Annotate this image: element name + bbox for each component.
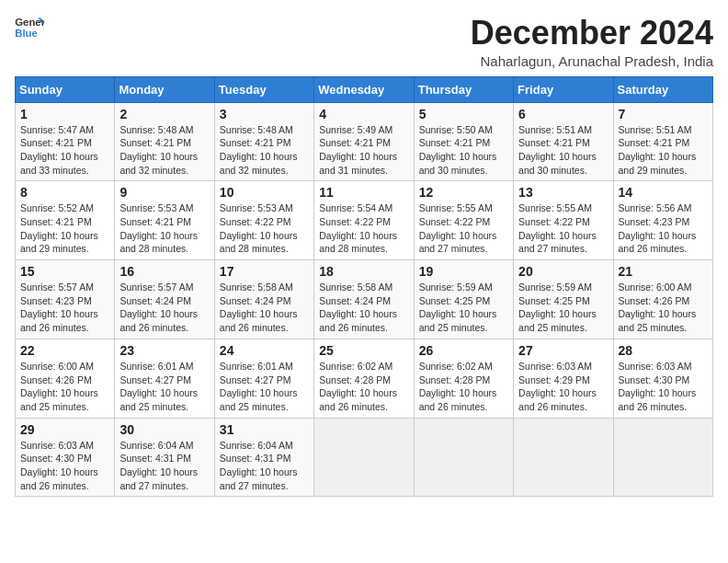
- calendar-cell: 16Sunrise: 5:57 AM Sunset: 4:24 PM Dayli…: [115, 260, 214, 339]
- weekday-header-tuesday: Tuesday: [214, 76, 313, 102]
- calendar-cell: 18Sunrise: 5:58 AM Sunset: 4:24 PM Dayli…: [314, 260, 414, 339]
- day-detail: Sunrise: 5:57 AM Sunset: 4:24 PM Dayligh…: [119, 281, 209, 335]
- day-detail: Sunrise: 6:04 AM Sunset: 4:31 PM Dayligh…: [220, 439, 309, 493]
- calendar-cell: 12Sunrise: 5:55 AM Sunset: 4:22 PM Dayli…: [414, 181, 513, 260]
- day-detail: Sunrise: 5:47 AM Sunset: 4:21 PM Dayligh…: [20, 123, 109, 178]
- day-number: 30: [119, 422, 209, 437]
- calendar-cell: 24Sunrise: 6:01 AM Sunset: 4:27 PM Dayli…: [214, 339, 313, 418]
- day-detail: Sunrise: 6:03 AM Sunset: 4:29 PM Dayligh…: [518, 360, 608, 414]
- calendar-cell: 7Sunrise: 5:51 AM Sunset: 4:21 PM Daylig…: [613, 102, 712, 181]
- day-number: 31: [220, 422, 309, 437]
- month-title: December 2024: [471, 15, 713, 52]
- calendar-cell: 22Sunrise: 6:00 AM Sunset: 4:26 PM Dayli…: [16, 339, 115, 418]
- day-number: 28: [619, 343, 708, 358]
- calendar-cell: [514, 418, 613, 497]
- calendar-cell: 19Sunrise: 5:59 AM Sunset: 4:25 PM Dayli…: [414, 260, 513, 339]
- day-number: 23: [119, 343, 209, 358]
- day-detail: Sunrise: 6:03 AM Sunset: 4:30 PM Dayligh…: [20, 439, 109, 493]
- day-number: 27: [518, 343, 608, 358]
- title-block: December 2024 Naharlagun, Arunachal Prad…: [471, 15, 713, 69]
- calendar-cell: [314, 418, 414, 497]
- day-number: 3: [220, 107, 309, 121]
- calendar-cell: 15Sunrise: 5:57 AM Sunset: 4:23 PM Dayli…: [16, 260, 115, 339]
- calendar-cell: 6Sunrise: 5:51 AM Sunset: 4:21 PM Daylig…: [514, 102, 613, 181]
- weekday-header-saturday: Saturday: [613, 76, 712, 102]
- day-number: 24: [220, 343, 309, 358]
- day-detail: Sunrise: 5:55 AM Sunset: 4:22 PM Dayligh…: [518, 201, 608, 256]
- day-number: 6: [518, 107, 608, 121]
- day-detail: Sunrise: 6:00 AM Sunset: 4:26 PM Dayligh…: [20, 360, 109, 414]
- calendar-cell: 21Sunrise: 6:00 AM Sunset: 4:26 PM Dayli…: [613, 260, 712, 339]
- calendar-cell: 9Sunrise: 5:53 AM Sunset: 4:21 PM Daylig…: [115, 181, 214, 260]
- day-detail: Sunrise: 6:02 AM Sunset: 4:28 PM Dayligh…: [419, 360, 508, 414]
- calendar-cell: 28Sunrise: 6:03 AM Sunset: 4:30 PM Dayli…: [613, 339, 712, 418]
- day-detail: Sunrise: 6:02 AM Sunset: 4:28 PM Dayligh…: [319, 360, 408, 414]
- day-number: 7: [619, 107, 708, 121]
- day-detail: Sunrise: 5:54 AM Sunset: 4:22 PM Dayligh…: [319, 201, 408, 256]
- calendar-week-2: 8Sunrise: 5:52 AM Sunset: 4:21 PM Daylig…: [16, 181, 713, 260]
- calendar-cell: 2Sunrise: 5:48 AM Sunset: 4:21 PM Daylig…: [115, 102, 214, 181]
- day-detail: Sunrise: 5:57 AM Sunset: 4:23 PM Dayligh…: [20, 281, 109, 335]
- weekday-header-sunday: Sunday: [16, 76, 115, 102]
- calendar-cell: [613, 418, 712, 497]
- day-detail: Sunrise: 5:53 AM Sunset: 4:21 PM Dayligh…: [119, 201, 209, 256]
- day-detail: Sunrise: 5:58 AM Sunset: 4:24 PM Dayligh…: [319, 281, 408, 335]
- weekday-header-friday: Friday: [514, 76, 613, 102]
- weekday-header-wednesday: Wednesday: [314, 76, 414, 102]
- day-number: 9: [119, 185, 209, 200]
- calendar-week-3: 15Sunrise: 5:57 AM Sunset: 4:23 PM Dayli…: [16, 260, 713, 339]
- day-detail: Sunrise: 6:04 AM Sunset: 4:31 PM Dayligh…: [119, 439, 209, 493]
- weekday-header-thursday: Thursday: [414, 76, 513, 102]
- day-detail: Sunrise: 5:50 AM Sunset: 4:21 PM Dayligh…: [419, 123, 508, 178]
- day-detail: Sunrise: 5:59 AM Sunset: 4:25 PM Dayligh…: [419, 281, 508, 335]
- calendar-cell: [414, 418, 513, 497]
- calendar-cell: 29Sunrise: 6:03 AM Sunset: 4:30 PM Dayli…: [16, 418, 115, 497]
- day-detail: Sunrise: 5:51 AM Sunset: 4:21 PM Dayligh…: [518, 123, 608, 178]
- calendar-cell: 14Sunrise: 5:56 AM Sunset: 4:23 PM Dayli…: [613, 181, 712, 260]
- location-subtitle: Naharlagun, Arunachal Pradesh, India: [471, 53, 713, 69]
- day-number: 19: [419, 264, 508, 279]
- calendar-cell: 31Sunrise: 6:04 AM Sunset: 4:31 PM Dayli…: [214, 418, 313, 497]
- day-detail: Sunrise: 5:51 AM Sunset: 4:21 PM Dayligh…: [619, 123, 708, 178]
- day-number: 14: [619, 185, 708, 200]
- day-number: 26: [419, 343, 508, 358]
- day-number: 5: [419, 107, 508, 121]
- day-number: 25: [319, 343, 408, 358]
- day-number: 22: [20, 343, 109, 358]
- calendar-cell: 3Sunrise: 5:48 AM Sunset: 4:21 PM Daylig…: [214, 102, 313, 181]
- day-detail: Sunrise: 5:59 AM Sunset: 4:25 PM Dayligh…: [518, 281, 608, 335]
- day-number: 2: [119, 107, 209, 121]
- calendar-cell: 10Sunrise: 5:53 AM Sunset: 4:22 PM Dayli…: [214, 181, 313, 260]
- day-detail: Sunrise: 5:55 AM Sunset: 4:22 PM Dayligh…: [419, 201, 508, 256]
- day-number: 8: [20, 185, 109, 200]
- day-number: 1: [20, 107, 109, 121]
- day-detail: Sunrise: 5:48 AM Sunset: 4:21 PM Dayligh…: [119, 123, 209, 178]
- day-detail: Sunrise: 5:49 AM Sunset: 4:21 PM Dayligh…: [319, 123, 408, 178]
- day-detail: Sunrise: 5:53 AM Sunset: 4:22 PM Dayligh…: [220, 201, 309, 256]
- day-detail: Sunrise: 6:00 AM Sunset: 4:26 PM Dayligh…: [619, 281, 708, 335]
- day-detail: Sunrise: 5:48 AM Sunset: 4:21 PM Dayligh…: [220, 123, 309, 178]
- day-number: 15: [20, 264, 109, 279]
- svg-text:Blue: Blue: [15, 28, 38, 39]
- day-number: 12: [419, 185, 508, 200]
- day-number: 10: [220, 185, 309, 200]
- calendar-cell: 11Sunrise: 5:54 AM Sunset: 4:22 PM Dayli…: [314, 181, 414, 260]
- calendar-cell: 4Sunrise: 5:49 AM Sunset: 4:21 PM Daylig…: [314, 102, 414, 181]
- calendar-cell: 8Sunrise: 5:52 AM Sunset: 4:21 PM Daylig…: [16, 181, 115, 260]
- calendar-cell: 17Sunrise: 5:58 AM Sunset: 4:24 PM Dayli…: [214, 260, 313, 339]
- calendar-cell: 30Sunrise: 6:04 AM Sunset: 4:31 PM Dayli…: [115, 418, 214, 497]
- calendar-cell: 27Sunrise: 6:03 AM Sunset: 4:29 PM Dayli…: [514, 339, 613, 418]
- calendar-cell: 13Sunrise: 5:55 AM Sunset: 4:22 PM Dayli…: [514, 181, 613, 260]
- calendar-cell: 26Sunrise: 6:02 AM Sunset: 4:28 PM Dayli…: [414, 339, 513, 418]
- weekday-header-monday: Monday: [115, 76, 214, 102]
- weekday-header-row: SundayMondayTuesdayWednesdayThursdayFrid…: [16, 76, 713, 102]
- day-number: 16: [119, 264, 209, 279]
- day-detail: Sunrise: 5:58 AM Sunset: 4:24 PM Dayligh…: [220, 281, 309, 335]
- day-number: 20: [518, 264, 608, 279]
- page-header: General Blue December 2024 Naharlagun, A…: [15, 15, 713, 69]
- day-number: 13: [518, 185, 608, 200]
- logo-icon: General Blue: [15, 15, 44, 40]
- calendar-cell: 1Sunrise: 5:47 AM Sunset: 4:21 PM Daylig…: [16, 102, 115, 181]
- calendar-week-5: 29Sunrise: 6:03 AM Sunset: 4:30 PM Dayli…: [16, 418, 713, 497]
- calendar-cell: 25Sunrise: 6:02 AM Sunset: 4:28 PM Dayli…: [314, 339, 414, 418]
